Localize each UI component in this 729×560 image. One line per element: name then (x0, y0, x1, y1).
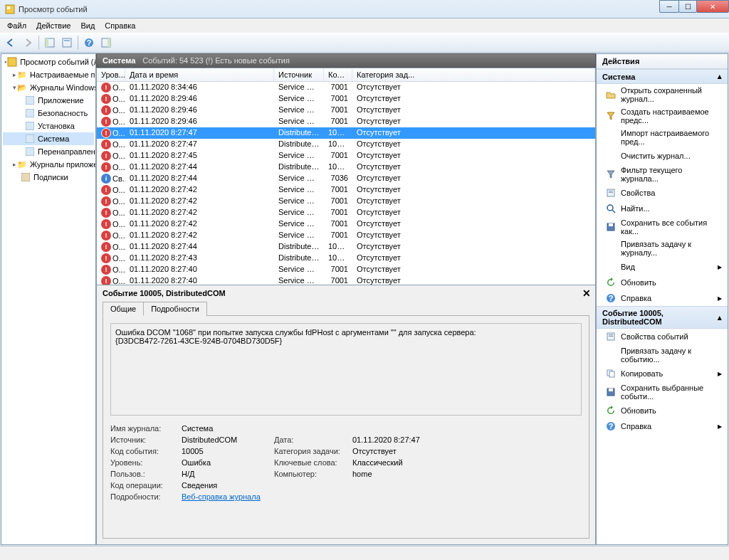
action-pane-button[interactable] (98, 35, 114, 51)
properties-icon (605, 331, 617, 342)
action-item[interactable]: Обновить (597, 403, 728, 418)
action-item[interactable]: Обновить (597, 275, 728, 290)
action-item[interactable]: Фильтр текущего журнала... (597, 164, 728, 185)
menu-view[interactable]: Вид (76, 20, 99, 31)
event-row[interactable]: !О...01.11.2020 8:27:40Service Cont...70… (97, 275, 595, 285)
menu-help[interactable]: Справка (100, 20, 140, 31)
tree-log-security[interactable]: Безопасность (3, 107, 94, 120)
error-icon: ! (101, 105, 111, 115)
col-date[interactable]: Дата и время (125, 68, 274, 81)
label-level: Уровень: (110, 458, 182, 467)
action-item[interactable]: Копировать▶ (597, 366, 728, 381)
value-cat: Отсутствует (352, 447, 582, 455)
action-item[interactable]: Создать настраиваемое предс... (597, 105, 728, 127)
collapse-icon[interactable]: ▴ (718, 72, 722, 81)
value-code: 10005 (182, 447, 274, 455)
error-icon: ! (101, 185, 111, 195)
help-icon: ? (605, 292, 617, 304)
svg-rect-11 (26, 96, 34, 105)
tree-log-forwarded[interactable]: Перенаправленн (3, 145, 94, 158)
action-item[interactable]: Привязать задачу к журналу... (597, 238, 728, 259)
tab-details[interactable]: Подробности (143, 302, 207, 316)
log-icon (24, 146, 36, 157)
action-item[interactable]: Открыть сохраненный журнал... (597, 84, 728, 105)
event-row[interactable]: !О...01.11.2020 8:27:43DistributedC...10… (97, 253, 595, 264)
back-button[interactable] (3, 35, 19, 51)
help-link[interactable]: Веб-справка журнала (182, 492, 261, 501)
action-item[interactable]: ?Справка▶ (597, 418, 728, 434)
action-item[interactable]: Найти... (597, 201, 728, 216)
menu-action[interactable]: Действие (32, 20, 75, 31)
forward-button[interactable] (20, 35, 36, 51)
event-row[interactable]: !О...01.11.2020 8:27:42Service Cont...70… (97, 196, 595, 207)
menu-file[interactable]: Файл (3, 20, 31, 31)
event-row[interactable]: !О...01.11.2020 8:29:46Service Cont...70… (97, 105, 595, 116)
col-level[interactable]: Уров... (97, 68, 125, 81)
show-tree-button[interactable] (42, 35, 58, 51)
collapse-icon[interactable]: ▴ (718, 313, 722, 322)
folder-icon: 📁 (16, 159, 28, 170)
toolbar-separator (78, 36, 78, 50)
tree-log-setup[interactable]: Установка (3, 120, 94, 132)
col-source[interactable]: Источник (274, 68, 324, 81)
error-icon: ! (101, 253, 111, 263)
tree-app-logs[interactable]: ▸📁Журналы приложен (3, 158, 94, 171)
event-row[interactable]: !О...01.11.2020 8:27:45Service Cont...70… (97, 150, 595, 162)
close-button[interactable]: ✕ (696, 0, 729, 13)
tab-general[interactable]: Общие (103, 302, 144, 316)
tree-custom-views[interactable]: ▸📁Настраиваемые пре (3, 68, 94, 81)
event-list[interactable]: Уров... Дата и время Источник Код с... К… (96, 68, 596, 285)
error-icon: ! (101, 83, 111, 93)
action-item[interactable]: Сохранить все события как... (597, 216, 728, 238)
svg-rect-13 (26, 122, 34, 130)
event-row[interactable]: !О...01.11.2020 8:27:44DistributedC...10… (97, 162, 595, 173)
action-item[interactable]: Свойства (597, 185, 728, 201)
col-code[interactable]: Код с... (324, 68, 352, 81)
event-row[interactable]: !О...01.11.2020 8:27:47DistributedC...10… (97, 127, 595, 139)
help-button[interactable]: ? (81, 35, 97, 51)
maximize-button[interactable]: ☐ (678, 0, 697, 13)
action-item[interactable]: Сохранить выбранные событи... (597, 381, 728, 403)
tree-root[interactable]: ▪Просмотр событий (Лс (3, 56, 94, 68)
tree-log-system[interactable]: Система (3, 132, 94, 145)
event-row[interactable]: !О...01.11.2020 8:27:40Service Cont...70… (97, 264, 595, 275)
statusbar (0, 546, 729, 560)
action-item[interactable]: ?Справка▶ (597, 290, 728, 306)
error-icon: ! (101, 276, 111, 285)
toolbar-separator (38, 36, 39, 50)
eventviewer-icon (6, 56, 18, 68)
event-row[interactable]: !О...01.11.2020 8:27:42Service Cont...70… (97, 184, 595, 196)
event-row[interactable]: !О...01.11.2020 8:29:46Service Cont...70… (97, 93, 595, 105)
tree-windows-logs[interactable]: ▾📂Журналы Windows (3, 81, 94, 94)
svg-rect-19 (609, 192, 613, 193)
event-row[interactable]: iСв...01.11.2020 8:27:44Service Cont...7… (97, 173, 595, 184)
col-category[interactable]: Категория зад... (352, 68, 595, 81)
label-source: Источник: (110, 435, 182, 444)
action-item[interactable]: Импорт настраиваемого пред... (597, 127, 728, 148)
event-row[interactable]: !О...01.11.2020 8:27:42Service Cont...70… (97, 230, 595, 241)
actions-pane: Действия Система▴ Открыть сохраненный жу… (596, 53, 728, 545)
center-subtitle: Событий: 54 523 (!) Есть новые события (142, 56, 290, 65)
action-item[interactable]: Вид▶ (597, 259, 728, 275)
blank-icon (605, 150, 617, 162)
value-date: 01.11.2020 8:27:47 (352, 435, 582, 444)
action-item[interactable]: Очистить журнал... (597, 148, 728, 164)
event-row[interactable]: !О...01.11.2020 8:27:42Service Cont...70… (97, 218, 595, 230)
event-row[interactable]: !О...01.11.2020 8:27:44DistributedC...10… (97, 241, 595, 253)
submenu-arrow-icon: ▶ (718, 295, 722, 302)
event-row[interactable]: !О...01.11.2020 8:29:46Service Cont...70… (97, 116, 595, 127)
properties-button[interactable] (59, 35, 75, 51)
detail-close-button[interactable]: ✕ (582, 287, 591, 299)
event-row[interactable]: !О...01.11.2020 8:27:42Service Cont...70… (97, 207, 595, 218)
svg-rect-28 (609, 336, 613, 337)
event-row[interactable]: !О...01.11.2020 8:27:47DistributedC...10… (97, 139, 595, 150)
action-item[interactable]: Привязать задачу к событию... (597, 344, 728, 366)
tree-log-application[interactable]: Приложение (3, 94, 94, 107)
minimize-button[interactable]: ─ (659, 0, 679, 13)
event-message: Ошибка DCOM "1068" при попытке запуска с… (110, 323, 582, 416)
value-level: Ошибка (182, 458, 274, 467)
event-row[interactable]: !О...01.11.2020 8:34:46Service Cont...70… (97, 82, 595, 93)
tree-subscriptions[interactable]: Подписки (3, 171, 94, 184)
action-item[interactable]: Свойства событий (597, 329, 728, 344)
save-icon (605, 386, 617, 398)
